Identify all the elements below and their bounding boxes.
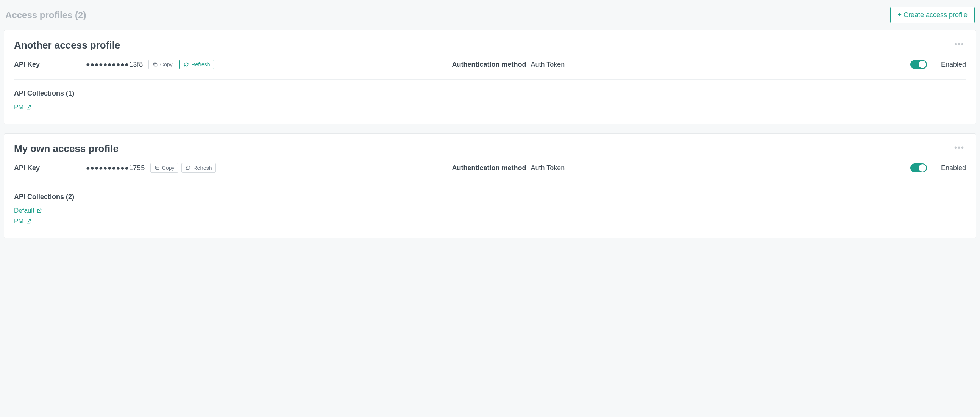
page-title: Access profiles (2) xyxy=(5,10,86,21)
external-link-icon xyxy=(37,208,42,213)
divider xyxy=(934,163,934,173)
collection-name: PM xyxy=(14,217,24,225)
collection-link[interactable]: Default xyxy=(14,207,42,214)
access-profile-card: My own access profile•••API Key●●●●●●●●●… xyxy=(4,133,976,238)
enabled-toggle[interactable] xyxy=(910,163,927,173)
copy-icon xyxy=(153,62,158,67)
copy-icon xyxy=(154,165,160,171)
enabled-label: Enabled xyxy=(941,61,966,69)
auth-method-label: Authentication method xyxy=(452,164,526,172)
profile-title: My own access profile xyxy=(14,143,119,155)
refresh-icon xyxy=(186,165,191,171)
external-link-icon xyxy=(26,105,32,110)
more-options-icon[interactable]: ••• xyxy=(953,143,966,152)
copy-button[interactable]: Copy xyxy=(148,59,177,69)
copy-button[interactable]: Copy xyxy=(150,163,179,173)
profile-title: Another access profile xyxy=(14,40,120,51)
refresh-button[interactable]: Refresh xyxy=(180,59,214,69)
external-link-icon xyxy=(26,219,32,224)
divider xyxy=(934,59,934,69)
enabled-toggle[interactable] xyxy=(910,60,927,69)
access-profile-card: Another access profile•••API Key●●●●●●●●… xyxy=(4,30,976,125)
collection-link[interactable]: PM xyxy=(14,104,32,111)
create-access-profile-button[interactable]: + Create access profile xyxy=(890,7,975,23)
auth-method-label: Authentication method xyxy=(452,61,526,69)
refresh-button[interactable]: Refresh xyxy=(181,163,216,173)
collection-name: Default xyxy=(14,207,35,214)
more-options-icon[interactable]: ••• xyxy=(953,40,966,48)
collection-name: PM xyxy=(14,104,24,111)
api-collections-title: API Collections (1) xyxy=(14,89,966,97)
copy-label: Copy xyxy=(160,61,173,67)
copy-label: Copy xyxy=(162,165,175,171)
api-key-value: ●●●●●●●●●●13f8 xyxy=(86,61,143,69)
auth-method-value: Auth Token xyxy=(531,164,565,172)
collection-link[interactable]: PM xyxy=(14,217,32,225)
api-collections-title: API Collections (2) xyxy=(14,193,966,201)
refresh-label: Refresh xyxy=(191,61,210,67)
enabled-label: Enabled xyxy=(941,164,966,172)
refresh-label: Refresh xyxy=(193,165,212,171)
refresh-icon xyxy=(184,62,189,67)
api-key-label: API Key xyxy=(14,61,86,69)
api-key-label: API Key xyxy=(14,164,86,172)
auth-method-value: Auth Token xyxy=(531,61,565,69)
api-key-value: ●●●●●●●●●●1755 xyxy=(86,164,145,172)
